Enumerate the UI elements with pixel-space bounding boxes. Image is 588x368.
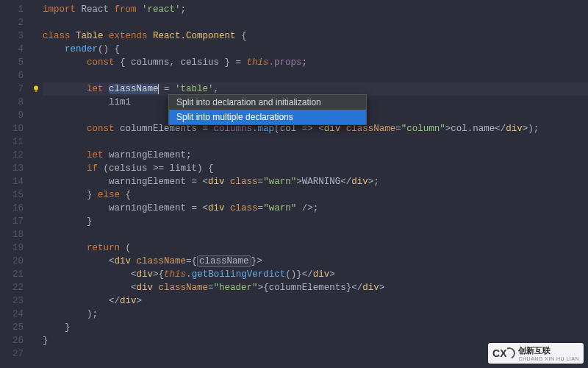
line-number: 21 [0,268,24,281]
line-number: 24 [0,308,24,321]
line-number: 3 [0,29,24,43]
line-number: 7 [0,82,24,96]
line-number: 19 [0,241,24,255]
line-number: 11 [0,135,24,149]
line-number: 2 [0,16,24,29]
line-number: 15 [0,188,24,202]
line-number: 12 [0,149,24,162]
line-number: 22 [0,281,24,294]
watermark-logo-icon: CX [492,347,515,359]
watermark-text-en: CHUANG XIN HU LIAN [518,356,579,361]
watermark-badge: CX 创新互联 CHUANG XIN HU LIAN [488,343,584,364]
code-area[interactable]: import React from 'react'; class Table e… [43,0,588,368]
line-number: 8 [0,96,24,109]
selection: className [109,84,159,94]
intention-actions-popup[interactable]: Split into declaration and initializatio… [168,94,367,125]
line-number: 10 [0,122,24,135]
watermark-text-cn: 创新互联 [518,345,579,356]
code-editor: 1 2 3 4 5 6 7 8 9 10 11 12 13 14 15 16 1… [0,0,588,368]
line-number: 5 [0,56,24,69]
line-number: 6 [0,69,24,82]
line-number: 9 [0,109,24,122]
line-number: 16 [0,202,24,215]
line-number: 20 [0,255,24,268]
intention-bulb-icon[interactable] [32,85,40,93]
line-number: 1 [0,3,24,16]
line-number: 27 [0,347,24,361]
line-number: 18 [0,228,24,241]
line-number: 26 [0,334,24,347]
line-number: 4 [0,43,24,56]
intention-item-split-decl-init[interactable]: Split into declaration and initializatio… [169,95,366,110]
gutter-markers [29,0,43,368]
line-number: 13 [0,162,24,175]
line-number: 25 [0,321,24,334]
line-number-gutter: 1 2 3 4 5 6 7 8 9 10 11 12 13 14 15 16 1… [0,0,29,368]
svg-point-0 [34,86,38,91]
svg-rect-1 [35,91,37,92]
line-number: 23 [0,294,24,308]
line-number: 14 [0,175,24,188]
line-number: 17 [0,215,24,228]
intention-item-split-multiple[interactable]: Split into multiple declarations [169,110,366,124]
